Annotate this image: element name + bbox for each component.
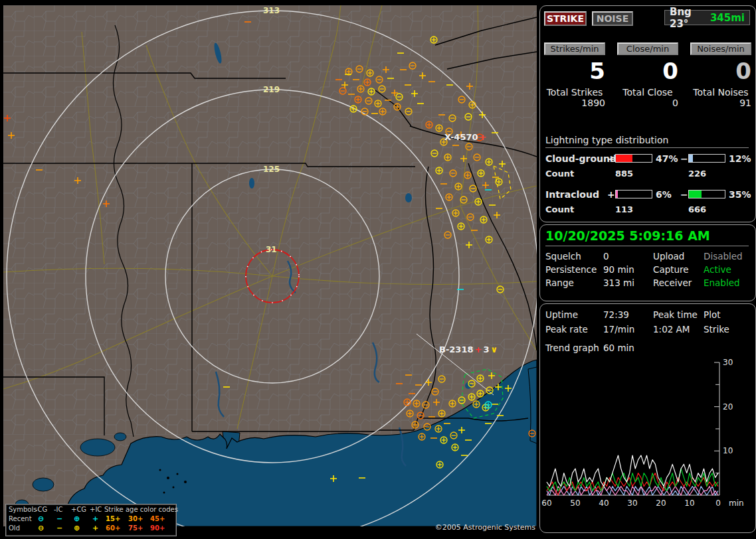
noise-mode-button[interactable]: NOISE bbox=[592, 11, 633, 26]
copyright-text: ©2005 Astrogenic Systems bbox=[397, 523, 535, 532]
y-axis-tick-label: 30 bbox=[723, 358, 733, 367]
trend-graph-chart: 1020306050403020100min bbox=[540, 357, 754, 528]
uptime-label: Uptime bbox=[545, 309, 578, 320]
close-rate-value: 0 bbox=[617, 58, 678, 84]
legend-text: 30+ bbox=[128, 515, 143, 522]
persistence-label: Persistence bbox=[545, 264, 597, 275]
legend-text: -IC bbox=[54, 506, 63, 513]
cg-minus-bar bbox=[688, 154, 725, 163]
legend-text: 75+ bbox=[128, 524, 143, 532]
ic-plus-bar bbox=[615, 190, 652, 198]
legend-symbol-+: + bbox=[92, 524, 98, 532]
x-axis-tick-label: 10 bbox=[684, 499, 694, 508]
total-strikes-value: 1890 bbox=[544, 98, 605, 108]
ic-plus-pct: 6% bbox=[656, 189, 672, 200]
legend-text: 90+ bbox=[150, 524, 165, 532]
peak-rate-value: 17/min bbox=[603, 324, 634, 335]
trend-graph-window: 60 min bbox=[603, 343, 634, 353]
ic-plus-sign: + bbox=[607, 189, 615, 200]
total-noises-label: Total Noises bbox=[690, 87, 751, 98]
legend-symbol-+: + bbox=[92, 514, 98, 523]
capture-status: Active bbox=[704, 264, 731, 275]
legend-text: 15+ bbox=[106, 515, 120, 522]
cg-minus-count: 226 bbox=[688, 169, 706, 179]
legend-symbol-−: − bbox=[56, 514, 62, 523]
bearing-range: 345mi bbox=[710, 12, 745, 24]
cg-minus-sign: − bbox=[680, 153, 688, 164]
legend-symbol-⊖: ⊖ bbox=[38, 514, 44, 523]
cg-plus-count: 885 bbox=[615, 169, 633, 179]
x-axis-tick-label: 60 bbox=[541, 499, 551, 508]
ic-count-label: Count bbox=[545, 204, 574, 214]
strikes-per-min-button[interactable]: Strikes/min bbox=[544, 42, 605, 55]
legend-text: -CG bbox=[35, 506, 47, 513]
legend-symbol-⊕: ⊕ bbox=[74, 514, 80, 523]
squelch-label: Squelch bbox=[545, 251, 581, 262]
x-axis-tick-label: 0 bbox=[715, 499, 721, 508]
legend-symbol-−: − bbox=[56, 524, 62, 532]
datetime-display: 10/20/2025 5:09:16 AM bbox=[545, 228, 710, 243]
nexstorm-window: 31321912531 X-4570+B-2318+3∨ Symbols-CG-… bbox=[0, 0, 756, 539]
ring-distance-label: 31 bbox=[266, 245, 277, 254]
capture-label: Capture bbox=[653, 264, 689, 275]
close-column: Close/min 0 Total Close 0 bbox=[617, 42, 678, 108]
peak-time-value: 1:02 AM bbox=[653, 324, 690, 335]
cg-minus-pct: 12% bbox=[729, 153, 751, 164]
x-axis-tick-label: 50 bbox=[570, 499, 580, 508]
bearing-label: Bng 23° bbox=[670, 6, 710, 30]
squelch-value: 0 bbox=[603, 251, 609, 262]
cg-count-label: Count bbox=[545, 169, 574, 179]
ic-minus-sign: − bbox=[680, 189, 688, 200]
uptime-value: 72:39 bbox=[603, 309, 629, 320]
strike-mode-button[interactable]: STRIKE bbox=[544, 11, 587, 26]
noises-column: Noises/min 0 Total Noises 91 bbox=[690, 42, 751, 108]
peak-time-label: Peak time bbox=[653, 309, 698, 320]
lightning-map[interactable]: 31321912531 X-4570+B-2318+3∨ bbox=[3, 5, 537, 526]
upload-status: Disabled bbox=[704, 251, 743, 262]
upload-label: Upload bbox=[653, 251, 684, 262]
y-axis-tick-label: 20 bbox=[723, 402, 733, 412]
receiver-label: Receiver bbox=[653, 277, 692, 288]
ring-distance-label: 219 bbox=[263, 85, 280, 94]
y-axis-tick-label: 10 bbox=[723, 446, 733, 455]
ic-minus-pct: 35% bbox=[729, 189, 751, 200]
legend-text: Old bbox=[9, 524, 20, 532]
legend-text: 60+ bbox=[106, 524, 120, 532]
legend-text: +CG bbox=[71, 506, 86, 513]
range-value: 313 mi bbox=[603, 277, 634, 288]
total-close-value: 0 bbox=[617, 98, 678, 108]
noises-per-min-button[interactable]: Noises/min bbox=[690, 42, 751, 55]
legend-age-header: Strike age color codes bbox=[104, 506, 178, 513]
distribution-title: Lightning type distribution bbox=[545, 135, 668, 145]
peak-rate-label: Peak rate bbox=[545, 324, 588, 335]
ic-minus-count: 666 bbox=[688, 204, 706, 214]
x-axis-tick-label: 20 bbox=[656, 499, 666, 508]
storm-cell-label: X-4570+ bbox=[444, 132, 486, 142]
strikes-column: Strikes/min 5 Total Strikes 1890 bbox=[544, 42, 605, 108]
storm-cell-label: B-2318+3∨ bbox=[439, 345, 498, 354]
legend-text: Symbols bbox=[9, 506, 37, 513]
status-panel: 10/20/2025 5:09:16 AM Squelch 0 Upload D… bbox=[539, 224, 756, 301]
cg-plus-pct: 47% bbox=[656, 153, 678, 164]
strike-stats-panel: STRIKE NOISE Bng 23° 345mi Strikes/min 5… bbox=[539, 5, 756, 222]
ic-minus-bar bbox=[688, 190, 725, 198]
legend-text: +IC bbox=[90, 506, 102, 513]
bearing-readout[interactable]: Bng 23° 345mi bbox=[664, 10, 750, 25]
strikes-rate-value: 5 bbox=[544, 58, 605, 84]
plot-label: Plot bbox=[704, 309, 720, 320]
plot-mode-value[interactable]: Strike bbox=[704, 324, 729, 335]
legend-symbol-⊖: ⊖ bbox=[38, 524, 44, 532]
receiver-status: Enabled bbox=[704, 277, 740, 288]
map-symbol-legend: Symbols-CG-IC+CG+ICStrike age color code… bbox=[5, 504, 177, 536]
cg-plus-sign: + bbox=[607, 153, 615, 164]
map-canvas: 31321912531 X-4570+B-2318+3∨ bbox=[3, 5, 537, 526]
cg-plus-bar bbox=[615, 154, 652, 163]
trend-series--ic-rate bbox=[547, 487, 718, 495]
persistence-value: 90 min bbox=[603, 264, 634, 275]
trend-graph-label: Trend graph bbox=[545, 343, 599, 353]
close-per-min-button[interactable]: Close/min bbox=[617, 42, 678, 55]
total-close-label: Total Close bbox=[617, 87, 678, 98]
x-axis-tick-label: 40 bbox=[599, 499, 609, 508]
ring-distance-label: 313 bbox=[263, 6, 280, 15]
total-noises-value: 91 bbox=[690, 98, 751, 108]
